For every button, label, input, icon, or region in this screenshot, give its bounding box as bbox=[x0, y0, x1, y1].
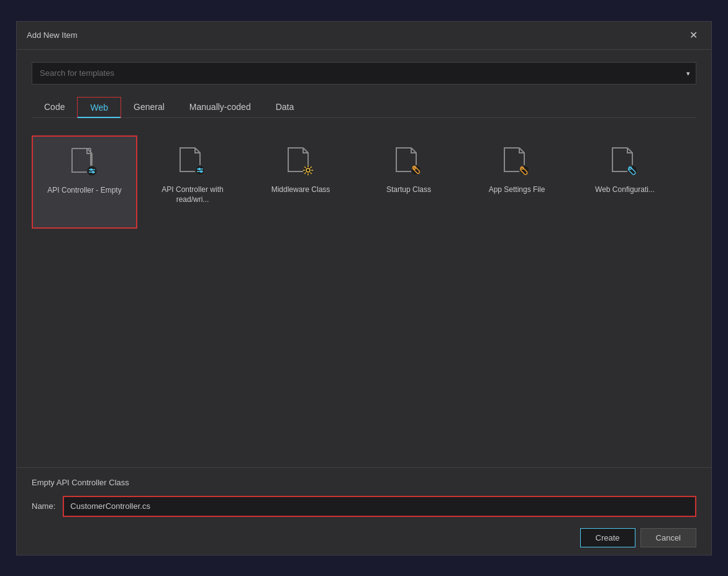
svg-point-5 bbox=[92, 171, 94, 173]
startup-icon bbox=[393, 146, 425, 178]
app-settings-icon bbox=[501, 146, 533, 178]
item-label-api-controller-readwrite: API Controller with read/wri... bbox=[145, 185, 240, 206]
buttons-row: Create Cancel bbox=[32, 528, 696, 547]
search-input[interactable] bbox=[32, 62, 696, 85]
item-label-app-settings-file: App Settings File bbox=[489, 185, 545, 195]
add-new-item-dialog: Add New Item ✕ ▾ Code Web General Manual… bbox=[16, 21, 712, 555]
tab-web[interactable]: Web bbox=[77, 97, 121, 118]
item-api-controller-readwrite[interactable]: API Controller with read/wri... bbox=[140, 135, 245, 229]
item-web-configuration[interactable]: Web Configurati... bbox=[572, 135, 678, 229]
middleware-icon bbox=[284, 146, 317, 178]
dialog-body: ▾ Code Web General Manually-coded Data bbox=[17, 50, 711, 467]
item-label-api-controller-empty: API Controller - Empty bbox=[47, 185, 121, 196]
name-row: Name: bbox=[32, 496, 696, 517]
dialog-titlebar: Add New Item ✕ bbox=[17, 22, 711, 50]
name-label: Name: bbox=[32, 501, 55, 511]
svg-point-6 bbox=[195, 165, 205, 175]
svg-point-1 bbox=[87, 166, 97, 176]
tab-general[interactable]: General bbox=[121, 97, 177, 117]
cancel-button[interactable]: Cancel bbox=[640, 528, 696, 547]
item-label-startup-class: Startup Class bbox=[386, 185, 431, 195]
tab-code[interactable]: Code bbox=[32, 97, 77, 117]
tab-bar: Code Web General Manually-coded Data bbox=[32, 97, 696, 118]
name-input[interactable] bbox=[63, 496, 696, 517]
item-app-settings-file[interactable]: App Settings File bbox=[464, 135, 570, 229]
tab-manually-coded[interactable]: Manually-coded bbox=[177, 97, 263, 117]
dialog-title: Add New Item bbox=[27, 30, 78, 40]
api-controller-rw-icon bbox=[176, 146, 209, 178]
item-label-web-configuration: Web Configurati... bbox=[595, 185, 655, 195]
item-startup-class[interactable]: Startup Class bbox=[356, 135, 462, 229]
svg-point-10 bbox=[200, 170, 202, 173]
tab-data[interactable]: Data bbox=[263, 97, 307, 117]
item-middleware-class[interactable]: Middleware Class bbox=[248, 135, 353, 229]
close-button[interactable]: ✕ bbox=[686, 29, 701, 42]
items-grid: API Controller - Empty API Controller w bbox=[32, 130, 696, 455]
web-config-icon bbox=[609, 146, 641, 178]
item-label-middleware-class: Middleware Class bbox=[271, 185, 330, 195]
footer-section: Empty API Controller Class Name: Create … bbox=[17, 467, 711, 555]
item-api-controller-empty[interactable]: API Controller - Empty bbox=[32, 135, 137, 229]
svg-point-8 bbox=[198, 168, 201, 170]
api-controller-empty-icon bbox=[68, 147, 101, 179]
create-button[interactable]: Create bbox=[580, 528, 635, 547]
footer-description: Empty API Controller Class bbox=[32, 478, 696, 487]
svg-point-3 bbox=[90, 168, 93, 171]
search-row: ▾ bbox=[32, 62, 696, 85]
